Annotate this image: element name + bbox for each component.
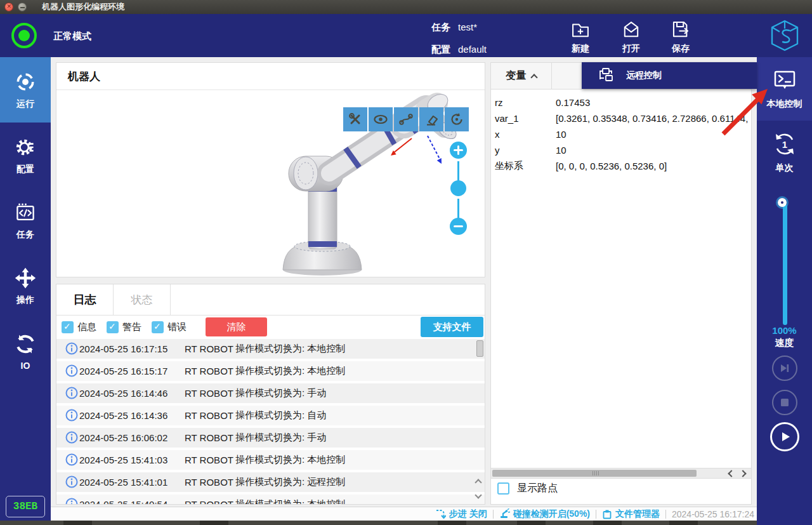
new-folder-icon bbox=[570, 19, 591, 41]
local-control-button[interactable]: 本地控制 bbox=[757, 57, 812, 121]
new-button[interactable]: 新建 bbox=[560, 19, 601, 55]
scroll-right-icon[interactable] bbox=[739, 470, 746, 477]
terminal-icon bbox=[772, 68, 797, 93]
log-row[interactable]: 2024-05-25 16:17:15 RT ROBOT 操作模式切换为: 本地… bbox=[56, 339, 485, 359]
variable-row[interactable]: rz 0.17453 bbox=[491, 95, 751, 110]
info-icon bbox=[65, 498, 78, 504]
save-button[interactable]: 保存 bbox=[660, 19, 701, 55]
close-icon[interactable] bbox=[4, 3, 13, 11]
log-row[interactable]: 2024-05-25 16:06:02 RT ROBOT 操作模式切换为: 手动 bbox=[56, 428, 485, 448]
stop-icon bbox=[780, 397, 790, 408]
variable-row[interactable]: x 10 bbox=[491, 126, 751, 142]
sidebar-item-io[interactable]: IO bbox=[0, 319, 51, 384]
log-row[interactable]: 2024-05-25 15:41:01 RT ROBOT 操作模式切换为: 远程… bbox=[56, 472, 485, 492]
log-time: 2024-05-25 15:40:54 bbox=[79, 499, 167, 504]
task-value: test* bbox=[458, 22, 477, 32]
tab-status[interactable]: 状态 bbox=[114, 284, 171, 315]
variables-dropdown[interactable]: 变量 bbox=[491, 63, 552, 89]
reset-view-button[interactable] bbox=[445, 107, 469, 131]
log-message: 操作模式切换为: 本地控制 bbox=[235, 498, 345, 504]
variables-panel: 变量 rz 0.17453 var_1 [0.3261, 0.35348, 0.… bbox=[490, 62, 752, 505]
variable-value: 0.17453 bbox=[556, 97, 750, 108]
log-row[interactable]: 2024-05-25 16:14:46 RT ROBOT 操作模式切换为: 手动 bbox=[56, 383, 485, 403]
support-files-button[interactable]: 支持文件 bbox=[421, 317, 483, 337]
variable-row[interactable]: y 10 bbox=[491, 142, 751, 158]
speed-percent: 100% bbox=[757, 325, 812, 336]
log-row[interactable]: 2024-05-25 15:40:54 RT ROBOT 操作模式切换为: 本地… bbox=[56, 495, 485, 504]
info-icon bbox=[65, 475, 78, 488]
io-arrows-icon bbox=[14, 333, 37, 356]
step-mode-status[interactable]: 步进 关闭 bbox=[435, 508, 487, 520]
divider bbox=[596, 510, 596, 519]
log-filters: 信息 警告 错误 清除 支持文件 bbox=[56, 316, 485, 338]
log-scrollbar-thumb[interactable] bbox=[476, 340, 483, 357]
sidebar-item-operate[interactable]: 操作 bbox=[0, 253, 51, 319]
speed-slider-handle[interactable] bbox=[778, 198, 787, 207]
zoom-slider-handle[interactable] bbox=[450, 180, 466, 196]
variables-label: 变量 bbox=[506, 69, 527, 83]
step-button[interactable] bbox=[772, 356, 797, 381]
zoom-in-button[interactable] bbox=[450, 142, 467, 159]
log-row[interactable]: 2024-05-25 15:41:03 RT ROBOT 操作模式切换为: 本地… bbox=[56, 450, 485, 470]
scroll-left-icon[interactable] bbox=[728, 470, 735, 477]
mode-label: 正常模式 bbox=[53, 30, 91, 43]
single-run-button[interactable]: 1 单次 bbox=[757, 121, 812, 184]
speed-slider-track[interactable] bbox=[783, 204, 787, 325]
play-icon bbox=[778, 430, 791, 443]
status-bar: 步进 关闭 碰撞检测开启(50%) 文件管理器 2024-05-25 16:17… bbox=[51, 507, 757, 521]
info-icon bbox=[65, 431, 78, 444]
collision-detection-status[interactable]: 碰撞检测开启(50%) bbox=[499, 508, 590, 520]
tools-icon bbox=[348, 112, 363, 127]
info-icon bbox=[65, 409, 78, 422]
filter-info-checkbox[interactable] bbox=[62, 321, 74, 333]
play-button[interactable] bbox=[770, 422, 799, 451]
log-source: RT ROBOT bbox=[185, 432, 233, 443]
robot-3d-view[interactable] bbox=[56, 90, 485, 276]
log-list[interactable]: 2024-05-25 16:17:15 RT ROBOT 操作模式切换为: 本地… bbox=[56, 339, 485, 504]
variable-value: [0.3261, 0.35348, 0.73416, 2.72866, 0.61… bbox=[556, 113, 750, 124]
zoom-out-button[interactable] bbox=[450, 218, 467, 235]
config-label: 配置 bbox=[431, 44, 450, 56]
stop-button[interactable] bbox=[772, 390, 797, 415]
window-title: 机器人图形化编程环境 bbox=[42, 1, 124, 13]
log-row[interactable]: 2024-05-25 16:14:36 RT ROBOT 操作模式切换为: 自动 bbox=[56, 406, 485, 425]
open-icon bbox=[620, 19, 642, 41]
filter-info-label: 信息 bbox=[77, 321, 96, 333]
minimize-icon[interactable] bbox=[18, 3, 27, 11]
path-button[interactable] bbox=[394, 107, 418, 131]
log-source: RT ROBOT bbox=[185, 499, 233, 504]
log-row[interactable]: 2024-05-25 16:15:17 RT ROBOT 操作模式切换为: 本地… bbox=[56, 361, 485, 381]
save-icon bbox=[670, 19, 691, 41]
log-source: RT ROBOT bbox=[185, 343, 233, 354]
filter-warning-checkbox[interactable] bbox=[107, 321, 119, 333]
variables-table: rz 0.17453 var_1 [0.3261, 0.35348, 0.734… bbox=[491, 90, 751, 174]
log-source: RT ROBOT bbox=[185, 477, 233, 488]
file-manager-button[interactable]: 文件管理器 bbox=[602, 508, 660, 520]
config-value: default bbox=[458, 44, 487, 55]
open-button[interactable]: 打开 bbox=[611, 19, 652, 55]
sidebar-item-task[interactable]: 任务 bbox=[0, 188, 51, 253]
move-arrows-icon bbox=[14, 267, 37, 289]
show-waypoints-checkbox[interactable] bbox=[497, 482, 509, 495]
variable-row[interactable]: 坐标系 [0, 0, 0, 0.5236, 0.5236, 0] bbox=[491, 158, 751, 174]
log-source: RT ROBOT bbox=[185, 366, 233, 376]
show-waypoints-label: 显示路点 bbox=[517, 482, 558, 495]
tools-button[interactable] bbox=[343, 107, 367, 131]
file-manager-icon bbox=[602, 509, 612, 519]
horizontal-scrollbar[interactable] bbox=[491, 468, 751, 479]
log-message: 操作模式切换为: 手动 bbox=[235, 387, 326, 399]
visibility-button[interactable] bbox=[369, 107, 393, 131]
clear-button[interactable]: 清除 bbox=[206, 317, 267, 336]
log-message: 操作模式切换为: 本地控制 bbox=[235, 343, 345, 355]
variable-row[interactable]: var_1 [0.3261, 0.35348, 0.73416, 2.72866… bbox=[491, 110, 751, 126]
mode-indicator-icon bbox=[11, 23, 37, 48]
control-mode-menu-item-remote[interactable]: 远程控制 bbox=[582, 62, 757, 89]
sidebar-item-run[interactable]: 运行 bbox=[0, 57, 51, 123]
variable-name: x bbox=[495, 129, 500, 140]
reset-view-icon bbox=[449, 112, 464, 127]
horizontal-scrollbar-thumb[interactable] bbox=[492, 470, 697, 477]
sidebar-item-config[interactable]: 配置 bbox=[0, 123, 51, 188]
tab-log[interactable]: 日志 bbox=[56, 284, 114, 315]
filter-error-checkbox[interactable] bbox=[152, 321, 164, 333]
erase-button[interactable] bbox=[419, 107, 443, 131]
